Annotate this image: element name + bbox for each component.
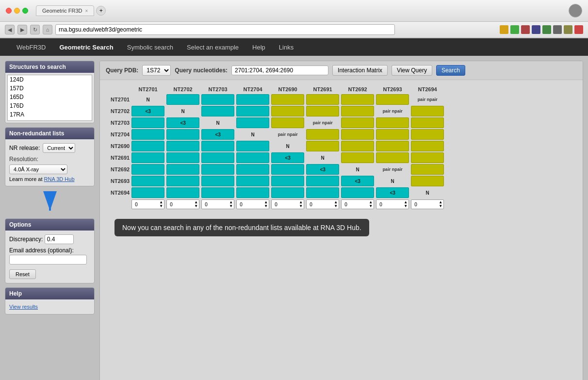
matrix-cell[interactable] [340, 94, 375, 105]
bookmark-icon[interactable] [500, 25, 508, 34]
matrix-cell[interactable] [270, 105, 305, 117]
matrix-cell[interactable]: pair npair [270, 129, 305, 140]
nav-help[interactable]: Help [245, 40, 272, 55]
matrix-cell[interactable]: <3 [165, 117, 200, 129]
discrepancy-input[interactable] [45, 234, 74, 244]
maximize-button[interactable] [22, 8, 28, 14]
matrix-cell[interactable] [200, 187, 235, 198]
matrix-cell[interactable] [200, 94, 235, 105]
interaction-matrix-button[interactable]: Interaction Matrix [332, 65, 388, 76]
matrix-cell[interactable] [165, 175, 200, 187]
view-query-button[interactable]: View Query [392, 65, 432, 76]
nav-webfr3d[interactable]: WebFR3D [10, 40, 52, 55]
extension-icon-1[interactable] [510, 25, 519, 34]
list-item[interactable]: 176D [8, 101, 92, 110]
matrix-cell[interactable] [375, 152, 410, 164]
matrix-cell[interactable] [235, 94, 270, 105]
matrix-cell[interactable] [270, 164, 305, 175]
nav-geometric-search[interactable]: Geometric Search [52, 40, 120, 55]
matrix-cell[interactable] [131, 140, 165, 152]
matrix-cell[interactable] [165, 164, 200, 175]
matrix-cell[interactable] [165, 94, 200, 105]
matrix-cell[interactable] [410, 140, 445, 152]
matrix-cell[interactable] [410, 164, 445, 175]
back-button[interactable]: ◀ [5, 25, 15, 34]
matrix-cell[interactable] [200, 164, 235, 175]
matrix-cell[interactable] [131, 175, 165, 187]
nav-select-example[interactable]: Select an example [180, 40, 245, 55]
new-tab-button[interactable]: + [96, 6, 106, 16]
extension-icon-5[interactable] [553, 25, 562, 34]
matrix-cell[interactable] [270, 187, 305, 198]
query-pdb-select[interactable]: 1S72 [142, 65, 171, 76]
matrix-cell[interactable] [270, 117, 305, 129]
view-results-link[interactable]: View results [9, 304, 38, 310]
matrix-cell[interactable] [200, 105, 235, 117]
close-button[interactable] [6, 8, 12, 14]
matrix-cell[interactable] [200, 152, 235, 164]
matrix-cell[interactable] [131, 152, 165, 164]
column-spinner[interactable]: 0▲▼ [341, 199, 374, 209]
nav-links[interactable]: Links [272, 40, 300, 55]
list-item[interactable]: 165D [8, 93, 92, 101]
matrix-cell[interactable]: N [200, 117, 235, 129]
forward-button[interactable]: ▶ [17, 25, 27, 34]
query-nucleotides-input[interactable] [231, 66, 328, 75]
refresh-button[interactable]: ↻ [30, 25, 40, 34]
structures-list[interactable]: 124D 157D 165D 176D 17RA 1A1T 1A34 [7, 75, 92, 121]
matrix-cell[interactable] [165, 140, 200, 152]
matrix-cell[interactable]: pair npair [375, 164, 410, 175]
browser-tab[interactable]: Geometric FR3D × [36, 5, 94, 16]
matrix-cell[interactable] [131, 164, 165, 175]
matrix-cell[interactable] [235, 105, 270, 117]
matrix-cell[interactable]: <3 [270, 152, 305, 164]
matrix-cell[interactable] [235, 164, 270, 175]
matrix-cell[interactable] [165, 129, 200, 140]
column-spinner[interactable]: 0▲▼ [376, 199, 409, 209]
matrix-cell[interactable] [375, 140, 410, 152]
matrix-cell[interactable] [131, 117, 165, 129]
matrix-cell[interactable] [305, 129, 340, 140]
matrix-cell[interactable] [235, 175, 270, 187]
rna3dhub-link[interactable]: RNA 3D Hub [44, 176, 75, 182]
address-input[interactable] [55, 24, 395, 35]
matrix-cell[interactable] [235, 140, 270, 152]
list-item[interactable]: 17RA [8, 110, 92, 119]
matrix-cell[interactable]: <3 [340, 175, 375, 187]
matrix-cell[interactable] [375, 94, 410, 105]
matrix-cell[interactable]: <3 [375, 187, 410, 198]
matrix-cell[interactable]: N [305, 152, 340, 164]
extension-icon-7[interactable] [574, 25, 583, 34]
matrix-cell[interactable] [131, 187, 165, 198]
matrix-cell[interactable]: N [375, 175, 410, 187]
matrix-cell[interactable]: <3 [305, 164, 340, 175]
matrix-cell[interactable] [235, 187, 270, 198]
extension-icon-6[interactable] [564, 25, 572, 34]
matrix-cell[interactable] [340, 152, 375, 164]
column-spinner[interactable]: 0▲▼ [166, 199, 199, 209]
extension-icon-2[interactable] [521, 25, 530, 34]
matrix-cell[interactable] [235, 152, 270, 164]
column-spinner[interactable]: 0▲▼ [271, 199, 304, 209]
column-spinner[interactable]: 0▲▼ [201, 199, 234, 209]
matrix-cell[interactable] [200, 175, 235, 187]
extension-icon-3[interactable] [532, 25, 540, 34]
matrix-cell[interactable]: <3 [200, 129, 235, 140]
matrix-cell[interactable] [305, 175, 340, 187]
matrix-cell[interactable] [270, 94, 305, 105]
column-spinner[interactable]: 0▲▼ [236, 199, 269, 209]
matrix-cell[interactable]: pair npair [305, 117, 340, 129]
matrix-cell[interactable] [131, 129, 165, 140]
matrix-cell[interactable] [200, 140, 235, 152]
matrix-cell[interactable]: N [131, 94, 165, 105]
matrix-cell[interactable] [305, 187, 340, 198]
matrix-cell[interactable]: pair npair [410, 94, 445, 105]
column-spinner[interactable]: 0▲▼ [411, 199, 444, 209]
matrix-cell[interactable] [305, 105, 340, 117]
home-button[interactable]: ⌂ [43, 25, 52, 34]
matrix-cell[interactable] [410, 152, 445, 164]
matrix-cell[interactable]: N [340, 164, 375, 175]
matrix-cell[interactable]: pair npair [375, 105, 410, 117]
matrix-cell[interactable] [235, 117, 270, 129]
matrix-cell[interactable] [375, 117, 410, 129]
